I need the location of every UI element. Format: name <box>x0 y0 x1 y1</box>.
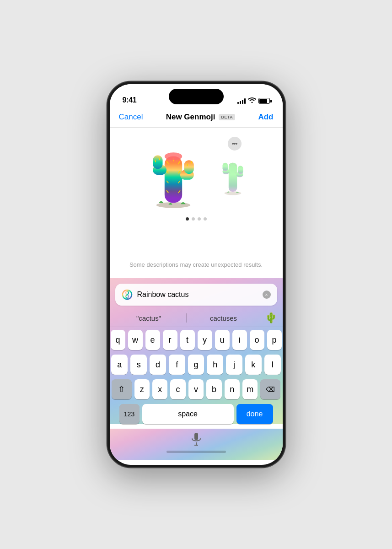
dot-3[interactable] <box>198 217 201 221</box>
nav-bar: Cancel New Genmoji BETA Add <box>110 109 283 128</box>
done-key[interactable]: done <box>236 404 273 424</box>
svg-rect-25 <box>237 166 243 174</box>
key-d[interactable]: d <box>150 355 166 375</box>
key-u[interactable]: u <box>215 330 230 350</box>
clear-button[interactable]: × <box>263 291 271 299</box>
key-c[interactable]: c <box>170 379 185 399</box>
num-key[interactable]: 123 <box>119 404 140 424</box>
key-k[interactable]: k <box>245 355 262 375</box>
key-s[interactable]: s <box>130 355 147 375</box>
key-r[interactable]: r <box>163 330 177 350</box>
svg-rect-32 <box>194 433 198 440</box>
svg-rect-23 <box>222 163 228 171</box>
backspace-key[interactable]: ⌫ <box>260 379 280 399</box>
key-row-4: 123 space done <box>112 404 281 424</box>
key-z[interactable]: z <box>134 379 150 399</box>
autocomplete-divider-1 <box>186 313 187 323</box>
key-row-1: q w e r t y u i o p <box>112 330 281 350</box>
more-button[interactable]: ••• <box>228 137 242 151</box>
cactus-large[interactable] <box>141 137 205 210</box>
status-time: 9:41 <box>123 96 137 104</box>
phone-frame: 9:41 Cancel <box>107 81 285 468</box>
wifi-icon <box>248 97 256 104</box>
key-w[interactable]: w <box>128 330 143 350</box>
svg-rect-5 <box>184 160 193 174</box>
status-bar: 9:41 <box>110 84 283 109</box>
key-f[interactable]: f <box>169 355 185 375</box>
autocomplete-divider-2 <box>261 313 261 323</box>
warning-text: Some descriptions may create unexpected … <box>129 261 263 268</box>
clear-icon: × <box>265 292 268 297</box>
battery-icon <box>258 98 270 104</box>
key-l[interactable]: l <box>264 355 281 375</box>
key-i[interactable]: i <box>232 330 247 350</box>
key-y[interactable]: y <box>198 330 212 350</box>
key-t[interactable]: t <box>180 330 195 350</box>
key-b[interactable]: b <box>206 379 221 399</box>
add-button[interactable]: Add <box>258 113 273 122</box>
key-v[interactable]: v <box>188 379 204 399</box>
key-row-2: a s d f g h j k l <box>112 355 281 375</box>
svg-point-19 <box>164 152 182 160</box>
emoji-preview-area: ••• <box>110 128 283 247</box>
home-indicator <box>166 451 226 453</box>
signal-icon <box>237 98 246 104</box>
dot-4[interactable] <box>204 217 207 221</box>
warning-area: Some descriptions may create unexpected … <box>110 247 283 278</box>
beta-badge: BETA <box>219 114 235 120</box>
svg-rect-3 <box>153 156 162 169</box>
dot-1[interactable] <box>186 217 189 221</box>
page-dots <box>186 217 207 221</box>
keyboard: q w e r t y u i o p a s d f g <box>110 327 283 424</box>
status-icons <box>237 97 270 104</box>
cactus-small[interactable] <box>215 151 251 196</box>
key-m[interactable]: m <box>242 379 258 399</box>
ellipsis-icon: ••• <box>232 140 237 147</box>
emoji-carousel <box>119 137 274 210</box>
space-key[interactable]: space <box>142 404 234 424</box>
cancel-button[interactable]: Cancel <box>119 113 143 122</box>
phone-screen: 9:41 Cancel <box>110 84 283 465</box>
svg-rect-1 <box>164 156 182 203</box>
autocomplete-cactuses[interactable]: cactuses <box>190 312 257 324</box>
key-p[interactable]: p <box>267 330 282 350</box>
key-n[interactable]: n <box>225 379 240 399</box>
key-row-3: ⇧ z x c v b n m ⌫ <box>112 379 281 399</box>
key-e[interactable]: e <box>145 330 160 350</box>
key-a[interactable]: a <box>111 355 128 375</box>
mic-button[interactable] <box>189 432 203 446</box>
mic-icon <box>191 432 201 446</box>
autocomplete-cactus-emoji[interactable]: 🌵 <box>265 312 277 324</box>
dot-2[interactable] <box>192 217 195 221</box>
shift-key[interactable]: ⇧ <box>112 379 132 399</box>
page-title: New Genmoji <box>166 113 215 122</box>
dynamic-island <box>169 89 224 104</box>
search-input[interactable]: Rainbow cactus <box>137 291 258 299</box>
autocomplete-cactus[interactable]: "cactus" <box>115 312 183 324</box>
keyboard-area: Rainbow cactus × "cactus" cactuses 🌵 q w <box>110 278 283 424</box>
key-q[interactable]: q <box>111 330 125 350</box>
key-j[interactable]: j <box>226 355 242 375</box>
search-bar[interactable]: Rainbow cactus × <box>115 284 277 306</box>
svg-rect-21 <box>228 163 236 192</box>
key-o[interactable]: o <box>250 330 264 350</box>
autocomplete-bar: "cactus" cactuses 🌵 <box>110 309 283 327</box>
key-h[interactable]: h <box>207 355 223 375</box>
key-x[interactable]: x <box>152 379 167 399</box>
key-g[interactable]: g <box>188 355 204 375</box>
genmoji-icon <box>122 289 133 300</box>
bottom-bar <box>110 429 283 460</box>
nav-title-container: New Genmoji BETA <box>166 113 236 122</box>
svg-point-20 <box>224 191 241 195</box>
